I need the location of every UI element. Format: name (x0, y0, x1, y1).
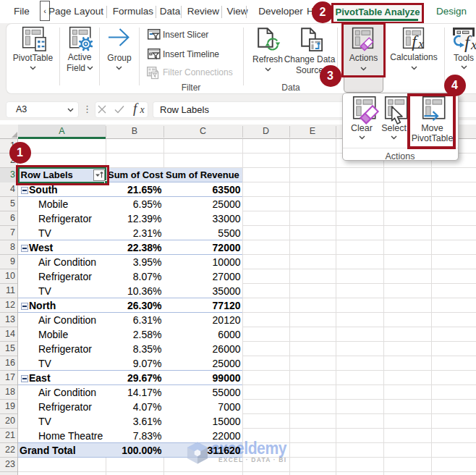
svg-text:x: x (470, 37, 476, 52)
svg-text:x: x (140, 104, 145, 115)
svg-text:f: f (133, 101, 139, 116)
svg-text:x: x (417, 37, 424, 51)
